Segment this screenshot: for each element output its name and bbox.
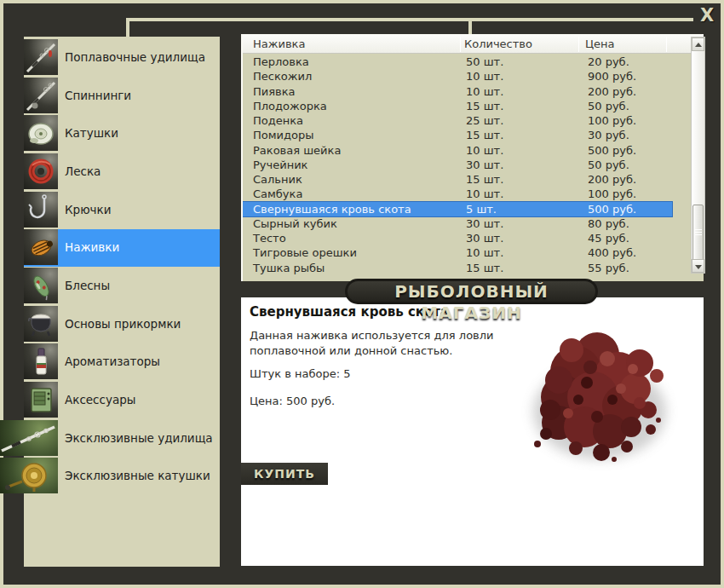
table-header: Наживка Количество Цена [243, 35, 704, 54]
sidebar-item-label: Катушки [65, 115, 118, 153]
cell-quantity: 10 шт. [466, 69, 503, 84]
sidebar-item-label: Основы прикормки [65, 306, 181, 343]
cell-bait-name: Тушка рыбы [253, 261, 325, 275]
table-row[interactable]: Тушка рыбы 15 шт. 55 руб. [243, 261, 704, 275]
cell-bait-name: Помидоры [253, 128, 313, 142]
sidebar-item-groundbait-pot[interactable]: Основы прикормки [24, 306, 220, 343]
sidebar-item-flavor-bottle[interactable]: Ароматизаторы [24, 343, 220, 381]
sidebar-item-fishing-line[interactable]: Леска [24, 153, 220, 191]
table-row[interactable]: Поденка 25 шт. 100 руб. [243, 113, 704, 128]
table-row[interactable]: Сальник 15 шт. 200 руб. [243, 172, 704, 187]
scroll-up-button[interactable] [692, 37, 704, 51]
cell-quantity: 30 шт. [466, 158, 503, 172]
table-row[interactable]: Самбука 10 шт. 100 руб. [243, 187, 704, 201]
cell-bait-name: Свернувшаяся кровь скота [253, 202, 411, 216]
sidebar: Поплавочные удилища Спиннинги Катушки Ле… [24, 37, 220, 567]
item-detail-panel: Свернувшаяся кровь скота Данная наживка … [241, 297, 704, 566]
sidebar-item-label: Эксклюзивные катушки [65, 458, 210, 495]
scrollbar-thumb[interactable] [692, 205, 704, 261]
table-row-selected[interactable]: Свернувшаяся кровь скота 5 шт. 500 руб. [243, 202, 672, 216]
cell-quantity: 5 шт. [466, 202, 497, 216]
cell-bait-name: Самбука [253, 187, 302, 201]
cell-quantity: 10 шт. [466, 143, 503, 158]
exclusive-rod-icon [0, 420, 58, 456]
sidebar-item-spinning-rod[interactable]: Спиннинги [24, 78, 220, 115]
float-rod-icon [24, 39, 58, 75]
item-title: Свернувшаяся кровь скота [250, 304, 449, 320]
sidebar-items: Поплавочные удилища Спиннинги Катушки Ле… [24, 39, 220, 564]
cell-bait-name: Ручейник [253, 158, 307, 172]
flavor-bottle-icon [24, 343, 58, 379]
cell-bait-name: Тигровые орешки [253, 245, 357, 260]
hook-icon [24, 192, 58, 228]
sidebar-item-float-rod[interactable]: Поплавочные удилища [24, 39, 220, 77]
cell-price: 45 руб. [588, 231, 629, 245]
cell-price: 30 руб. [588, 128, 629, 142]
sidebar-item-label: Наживки [65, 229, 119, 267]
table-row[interactable]: Ручейник 30 шт. 50 руб. [243, 158, 704, 172]
spinning-rod-icon [24, 78, 58, 113]
lure-spoon-icon [24, 268, 58, 303]
cell-price: 100 руб. [588, 113, 636, 128]
cell-price: 50 руб. [588, 158, 629, 172]
sidebar-item-label: Аксессуары [65, 382, 135, 419]
bait-table-rows: Перловка 50 шт. 20 руб. Пескожил 10 шт. … [243, 55, 704, 278]
cell-bait-name: Сырный кубик [253, 216, 337, 231]
sidebar-item-lure-spoon[interactable]: Блесны [24, 268, 220, 305]
frame-line-vertical-mid [468, 18, 472, 36]
cell-price: 55 руб. [588, 261, 629, 275]
cell-price: 500 руб. [588, 202, 636, 216]
cell-quantity: 15 шт. [466, 99, 503, 113]
sidebar-item-label: Эксклюзивные удилища [65, 420, 213, 458]
table-row[interactable]: Пескожил 10 шт. 900 руб. [243, 69, 704, 84]
thumb-grip [695, 229, 702, 230]
table-row[interactable]: Тигровые орешки 10 шт. 400 руб. [243, 245, 704, 260]
column-header-bait[interactable]: Наживка [253, 35, 305, 54]
item-price-line: Цена: 500 руб. [250, 395, 335, 407]
scroll-down-button[interactable] [692, 259, 704, 273]
cell-price: 20 руб. [588, 55, 629, 69]
cell-price: 50 руб. [588, 99, 629, 113]
buy-button[interactable]: КУПИТЬ [241, 463, 328, 485]
cell-price: 200 руб. [588, 172, 636, 187]
cell-quantity: 30 шт. [466, 216, 503, 231]
cell-quantity: 30 шт. [466, 231, 503, 245]
cell-bait-name: Плодожорка [253, 99, 327, 113]
table-row[interactable]: Сырный кубик 30 шт. 80 руб. [243, 216, 704, 231]
column-separator [460, 37, 461, 52]
table-row[interactable]: Плодожорка 15 шт. 50 руб. [243, 99, 704, 113]
triangle-up-icon [695, 43, 702, 47]
cell-quantity: 10 шт. [466, 245, 503, 260]
cell-price: 100 руб. [588, 187, 636, 201]
column-header-quantity[interactable]: Количество [464, 35, 532, 54]
table-scrollbar[interactable] [691, 37, 705, 274]
cell-bait-name: Перловка [253, 55, 309, 69]
cell-quantity: 15 шт. [466, 128, 503, 142]
table-row[interactable]: Раковая шейка 10 шт. 500 руб. [243, 143, 704, 158]
sidebar-item-bait-beetle[interactable]: Наживки [24, 229, 220, 267]
table-row[interactable]: Помидоры 15 шт. 30 руб. [243, 128, 704, 142]
table-row[interactable]: Тесто 30 шт. 45 руб. [243, 231, 704, 245]
cell-bait-name: Тесто [253, 231, 286, 245]
sidebar-item-reel[interactable]: Катушки [24, 115, 220, 153]
cell-quantity: 15 шт. [466, 172, 503, 187]
column-header-price[interactable]: Цена [585, 35, 615, 54]
sidebar-item-accessory-device[interactable]: Аксессуары [24, 382, 220, 419]
cell-quantity: 25 шт. [466, 113, 503, 128]
shop-window: X Поплавочные удилища Спиннинги Катушки … [0, 0, 724, 588]
table-row[interactable]: Пиявка 10 шт. 200 руб. [243, 84, 704, 99]
table-row[interactable]: Перловка 50 шт. 20 руб. [243, 55, 704, 69]
triangle-down-icon [695, 265, 702, 269]
cell-bait-name: Пескожил [253, 69, 312, 84]
sidebar-item-exclusive-reel[interactable]: Эксклюзивные катушки [24, 458, 220, 495]
close-button[interactable]: X [695, 3, 719, 27]
groundbait-pot-icon [24, 306, 58, 342]
cell-quantity: 15 шт. [466, 261, 503, 275]
sidebar-item-hook[interactable]: Крючки [24, 192, 220, 229]
bait-table: Наживка Количество Цена Перловка 50 шт. … [241, 34, 704, 281]
window-border-top [0, 0, 724, 3]
fishing-line-icon [24, 153, 58, 189]
sidebar-item-label: Поплавочные удилища [65, 39, 205, 77]
cell-price: 80 руб. [588, 216, 629, 231]
sidebar-item-exclusive-rod[interactable]: Эксклюзивные удилища [24, 420, 220, 458]
